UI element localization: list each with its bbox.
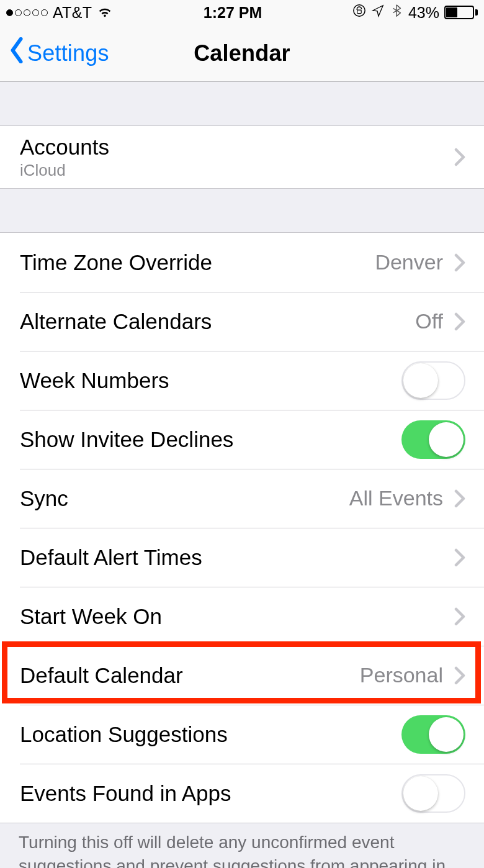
settings-group-accounts: Accounts iCloud: [0, 125, 484, 189]
cell-sublabel: iCloud: [20, 161, 443, 180]
cell-alternate-calendars[interactable]: Alternate Calendars Off: [0, 292, 484, 351]
cell-label: Location Suggestions: [20, 722, 401, 747]
settings-group-main: Time Zone Override Denver Alternate Cale…: [0, 232, 484, 823]
cell-week-numbers: Week Numbers: [0, 351, 484, 410]
cell-show-invitee-declines: Show Invitee Declines: [0, 410, 484, 469]
cell-accounts[interactable]: Accounts iCloud: [0, 126, 484, 188]
cell-default-calendar[interactable]: Default Calendar Personal: [0, 646, 484, 705]
clock: 1:27 PM: [204, 4, 262, 22]
cell-label: Show Invitee Declines: [20, 427, 401, 452]
cell-label: Week Numbers: [20, 368, 401, 393]
cell-label: Events Found in Apps: [20, 781, 401, 806]
back-label: Settings: [27, 40, 109, 66]
toggle-show-invitee-declines[interactable]: [401, 420, 465, 459]
cell-label: Sync: [20, 486, 349, 511]
status-left: AT&T: [6, 4, 113, 22]
nav-bar: Settings Calendar: [0, 25, 484, 82]
toggle-location-suggestions[interactable]: [401, 715, 465, 754]
group-spacer: [0, 189, 484, 232]
battery-percentage: 43%: [408, 4, 439, 22]
cell-label: Default Alert Times: [20, 545, 443, 570]
status-bar: AT&T 1:27 PM 43%: [0, 0, 484, 25]
bluetooth-icon: [390, 4, 403, 21]
chevron-right-icon: [454, 253, 465, 272]
chevron-right-icon: [454, 607, 465, 626]
chevron-right-icon: [454, 312, 465, 331]
cell-location-suggestions: Location Suggestions: [0, 705, 484, 764]
group-spacer: [0, 82, 484, 125]
cell-value: All Events: [349, 486, 443, 510]
location-icon: [371, 4, 385, 21]
group-footer-text: Turning this off will delete any unconfi…: [0, 823, 484, 868]
cell-value: Off: [415, 309, 443, 333]
back-button[interactable]: Settings: [0, 37, 109, 69]
wifi-icon: [97, 4, 113, 21]
toggle-events-found-in-apps[interactable]: [401, 774, 465, 813]
cell-label: Accounts: [20, 135, 443, 160]
svg-rect-1: [357, 10, 361, 14]
signal-strength-icon: [6, 9, 48, 16]
cell-value: Denver: [375, 250, 443, 274]
cell-label: Default Calendar: [20, 663, 360, 688]
cell-time-zone-override[interactable]: Time Zone Override Denver: [0, 233, 484, 292]
status-right: 43%: [352, 4, 478, 22]
chevron-right-icon: [454, 148, 465, 166]
cell-start-week-on[interactable]: Start Week On: [0, 587, 484, 646]
chevron-right-icon: [454, 489, 465, 508]
carrier-label: AT&T: [53, 4, 92, 22]
cell-label: Start Week On: [20, 604, 443, 629]
cell-events-found-in-apps: Events Found in Apps: [0, 764, 484, 823]
chevron-left-icon: [9, 37, 25, 69]
chevron-right-icon: [454, 548, 465, 567]
orientation-lock-icon: [352, 4, 366, 21]
battery-icon: [444, 6, 478, 19]
cell-value: Personal: [360, 663, 443, 687]
cell-sync[interactable]: Sync All Events: [0, 469, 484, 528]
cell-default-alert-times[interactable]: Default Alert Times: [0, 528, 484, 587]
chevron-right-icon: [454, 666, 465, 685]
toggle-week-numbers[interactable]: [401, 361, 465, 400]
cell-label: Time Zone Override: [20, 250, 375, 275]
cell-label: Alternate Calendars: [20, 309, 415, 334]
